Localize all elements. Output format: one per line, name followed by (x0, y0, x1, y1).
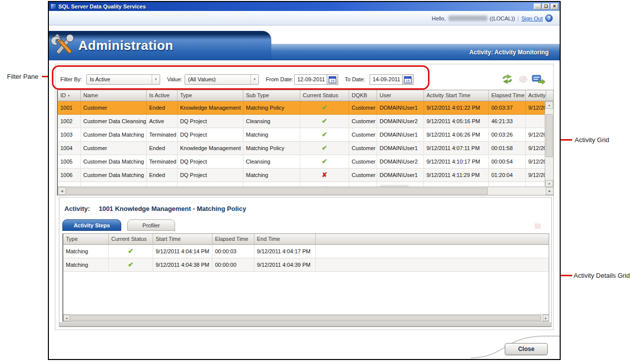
administration-tools-icon (51, 31, 77, 59)
status-success-icon: ✔ (322, 104, 327, 111)
column-header-id[interactable]: ID▲ (58, 90, 81, 101)
column-header-activity[interactable]: Activity (526, 90, 546, 101)
minimize-button[interactable]: _ (534, 3, 541, 9)
scroll-right-icon[interactable]: ▶ (546, 187, 554, 195)
activity-grid-header: ID▲NameIs ActiveTypeSub TypeCurrent Stat… (58, 90, 553, 101)
column-header-end-time[interactable]: End Time (254, 234, 316, 244)
scroll-right-icon[interactable]: ▶ (543, 315, 549, 321)
column-header-dqkb[interactable]: DQKB (349, 90, 377, 101)
cell-dqkb: Customer (349, 128, 377, 141)
cell-sub_type: Matching Policy (243, 101, 300, 114)
column-header-is-active[interactable]: Is Active (147, 90, 178, 101)
cell-user: DOMAIN\User1 (377, 142, 424, 155)
cell-end_time: 9/12/20 (526, 128, 546, 141)
activity-grid-vscrollbar[interactable]: ▲ ▼ (545, 101, 553, 187)
cell-is_active: Terminated (147, 155, 178, 168)
column-header-elapsed-time[interactable]: Elapsed Time (489, 90, 526, 101)
cell-start_time: 9/12/2011 4:04:38 PM (153, 258, 212, 271)
cell-start_time: 9/12/2011 4:07:11 PM (424, 142, 489, 155)
scroll-left-icon[interactable]: ◀ (63, 315, 70, 321)
sign-out-link[interactable]: Sign Out (521, 15, 543, 21)
cell-type: Knowledge Management (178, 101, 243, 114)
window-title: SQL Server Data Quality Services (58, 3, 146, 9)
activity-row[interactable]: 1001CustomerEndedKnowledge ManagementMat… (58, 101, 553, 115)
cell-is_active: Terminated (147, 128, 178, 141)
activity-row[interactable]: 1005Customer Data MatchingTerminatedDQ P… (58, 155, 553, 169)
activity-row[interactable]: 1006Customer Data MatchingEndedDQ Projec… (58, 169, 553, 182)
hscroll-thumb[interactable] (66, 187, 488, 194)
cell-end_time: 9/12/20 (526, 101, 546, 114)
activity-step-row[interactable]: Matching✔9/12/2011 4:04:14 PM00:00:039/1… (63, 245, 549, 258)
screenshot-canvas: Filter Pane Activity Grid Activity Detai… (0, 0, 631, 364)
activity-grid-hscrollbar[interactable]: ◀ ▶ (58, 186, 554, 195)
tab-profiler[interactable]: Profiler (127, 219, 175, 231)
cell-sub_type: Cleansing (243, 115, 300, 128)
cell-id: 1002 (58, 115, 81, 128)
activity-row[interactable]: 1004CustomerEndedKnowledge ManagementMat… (58, 142, 553, 155)
cell-elapsed: 00:00:00 (212, 258, 254, 271)
activity-grid-rows: 1001CustomerEndedKnowledge ManagementMat… (58, 101, 553, 187)
cell-end_time: 9/12/20 (526, 155, 546, 168)
restore-button[interactable]: ❏ (542, 3, 550, 9)
cell-status: ✘ (300, 169, 349, 182)
cell-status: ✔ (109, 258, 153, 271)
cell-id: 1005 (58, 155, 81, 168)
top-bar: Hello, ((LOCAL)) | Sign Out ? (49, 11, 560, 25)
column-header-start-time[interactable]: Start Time (153, 234, 212, 244)
status-success-icon: ✔ (128, 261, 134, 268)
window-titlebar[interactable]: SQL Server Data Quality Services _ ❏ ✕ (49, 2, 560, 11)
details-grid-hscrollbar[interactable]: ◀ ▶ (63, 314, 549, 321)
cell-user: DOMAIN\User2 (377, 155, 424, 168)
banner-context-label: Activity: Activity Monitoring (469, 49, 549, 56)
details-panel-bottom-strip (59, 322, 551, 327)
column-header-current-status[interactable]: Current Status (109, 234, 153, 244)
sort-ascending-icon: ▲ (67, 94, 70, 97)
separator: | (517, 15, 519, 21)
cell-elapsed: 00:01:58 (489, 142, 526, 155)
column-header-user[interactable]: User (377, 90, 424, 101)
column-header-current-status[interactable]: Current Status (300, 90, 349, 101)
cell-start_time: 9/12/2011 4:10:17 PM (424, 155, 489, 168)
status-fail-icon: ✘ (322, 171, 327, 179)
column-header-filler[interactable] (316, 234, 549, 244)
column-header-sub-type[interactable]: Sub Type (243, 90, 300, 101)
cell-start_time: 9/12/2011 4:06:26 PM (424, 128, 489, 141)
cell-dqkb: Customer (349, 101, 377, 114)
activity-details-grid-annotation-label: Activity Details Grid (574, 272, 630, 279)
scroll-up-icon[interactable]: ▲ (545, 101, 553, 109)
cell-status: ✔ (300, 101, 349, 114)
cell-id: 1004 (58, 142, 81, 155)
status-success-icon: ✔ (322, 117, 327, 125)
activity-row[interactable]: 1003Customer Data MatchingTerminatedDQ P… (58, 128, 553, 142)
cell-sub_type: Matching (243, 128, 300, 141)
greeting-text: Hello, (431, 15, 445, 21)
details-hscroll-thumb[interactable] (70, 315, 541, 321)
cell-type: Knowledge Management (178, 142, 243, 155)
close-window-button[interactable]: ✕ (551, 3, 558, 9)
cell-dqkb: Customer (349, 155, 377, 168)
cell-dqkb: Customer (349, 169, 377, 182)
close-button[interactable]: Close (505, 343, 548, 355)
activity-details-grid: TypeCurrent StatusStart TimeElapsed Time… (62, 233, 549, 322)
column-header-name[interactable]: Name (81, 90, 147, 101)
column-header-type[interactable]: Type (178, 90, 243, 101)
activity-step-row[interactable]: Matching✔9/12/2011 4:04:38 PM00:00:009/1… (63, 258, 549, 272)
column-header-elapsed-time[interactable]: Elapsed Time (212, 234, 254, 244)
scroll-left-icon[interactable]: ◀ (58, 187, 66, 195)
tab-activity-steps[interactable]: Activity Steps (62, 219, 121, 231)
cell-elapsed: 00:00:03 (212, 245, 254, 258)
cell-filler (316, 258, 549, 271)
details-title: Activity: 1001 Knowledge Management - Ma… (64, 205, 246, 212)
help-icon[interactable]: ? (545, 14, 553, 22)
cell-type: DQ Project (178, 128, 243, 141)
cell-id: 1003 (58, 128, 81, 141)
cell-elapsed: 00:03:37 (489, 101, 526, 114)
cell-is_active: Ended (147, 142, 178, 155)
cell-name: Customer (81, 101, 147, 114)
refresh-icon[interactable] (501, 74, 514, 85)
column-header-type[interactable]: Type (63, 234, 109, 244)
activity-row[interactable]: 1002Customer Data CleansingActiveDQ Proj… (58, 115, 553, 128)
export-monitor-icon[interactable] (532, 74, 546, 84)
column-header-activity-start-time[interactable]: Activity Start Time (424, 90, 489, 101)
vscroll-thumb[interactable] (546, 114, 553, 157)
